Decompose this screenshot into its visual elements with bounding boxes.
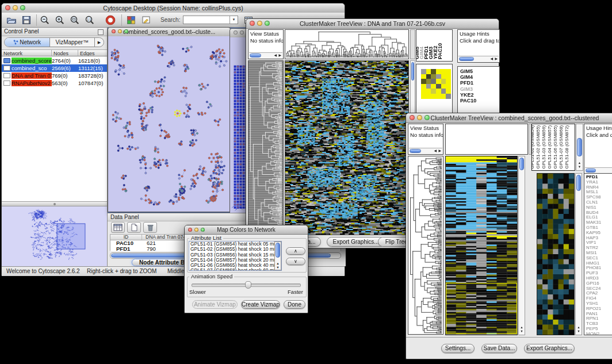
scroll-up-arrow[interactable]: ▲ xyxy=(576,325,582,329)
minimize-button[interactable] xyxy=(240,30,244,35)
column-header-edges[interactable]: Edges xyxy=(78,50,107,56)
move-down-button[interactable]: ∨ xyxy=(286,258,305,265)
zoom-out-icon[interactable] xyxy=(40,15,50,25)
zoom-selected-icon[interactable] xyxy=(70,15,80,25)
move-up-button[interactable]: ∧ xyxy=(286,247,305,255)
row-label[interactable]: PFD1 xyxy=(458,80,499,86)
column-label[interactable]: GPL51-04 (GSM857) xyxy=(547,125,553,168)
scrollbar-thumb[interactable] xyxy=(459,57,474,61)
network-table-row[interactable]: combined_scores_2764(0)16218(0) xyxy=(2,57,107,64)
network-table-row[interactable]: combined_sco2569(6)13112(15) xyxy=(2,64,107,72)
scrollbar-thumb[interactable] xyxy=(250,53,261,58)
column-label[interactable]: GPL51-02 (GSM855) xyxy=(536,125,541,168)
column-label[interactable]: GPL51-07 (GSM868) xyxy=(559,125,564,168)
tv1-usage-hscrollbar[interactable]: ◀ ▶ xyxy=(458,56,499,62)
search-input[interactable]: ▼ xyxy=(183,16,238,24)
tab-network[interactable]: Network xyxy=(5,38,50,47)
main-title-bar[interactable]: Cytoscape Desktop (Session Name: collins… xyxy=(2,3,345,13)
close-button[interactable] xyxy=(410,115,415,120)
column-label[interactable]: PAC10 xyxy=(438,43,443,59)
close-button[interactable] xyxy=(5,5,10,10)
delete-attribute-icon[interactable] xyxy=(143,222,157,233)
scrollbar-thumb[interactable] xyxy=(586,168,596,173)
tv1-export-graphics-button[interactable]: Export Graphics... xyxy=(327,237,385,247)
tv2-settings-button[interactable]: Settings... xyxy=(441,344,475,353)
tv2-zoom-vscrollbar[interactable]: ▲ ▼ xyxy=(575,173,582,335)
minimize-button[interactable] xyxy=(118,29,122,33)
attribute-list-scrollbar[interactable]: ▲ ▼ xyxy=(274,242,281,270)
network-overview-canvas[interactable] xyxy=(3,208,106,265)
minimize-button[interactable] xyxy=(194,228,198,232)
animation-speed-slider[interactable] xyxy=(192,283,301,287)
column-label[interactable]: GPL51-01 (GSM854) xyxy=(531,125,535,168)
scrollbar-thumb[interactable] xyxy=(577,138,582,156)
tv1-row-dendrogram[interactable] xyxy=(248,61,283,235)
tv1-top-scroll-gutter[interactable] xyxy=(410,29,415,59)
vizmapper-palette-icon[interactable] xyxy=(126,15,136,25)
zoom-button[interactable] xyxy=(124,29,128,33)
zoom-fit-icon[interactable]: 1:1 xyxy=(85,15,95,25)
row-label[interactable]: GIM5 xyxy=(458,68,499,74)
help-lifebuoy-icon[interactable] xyxy=(105,15,116,25)
scroll-left-arrow[interactable]: ◀ xyxy=(490,56,493,62)
row-label[interactable]: GIM4 xyxy=(458,74,499,80)
close-button[interactable] xyxy=(112,29,116,33)
scroll-left-arrow[interactable]: ◀ xyxy=(434,148,437,154)
animate-vizmap-button[interactable]: Animate Vizmap xyxy=(192,300,238,309)
minimize-button[interactable] xyxy=(417,115,422,120)
tv1-heatmap[interactable] xyxy=(285,61,408,235)
annotation-icon[interactable] xyxy=(141,15,151,25)
scroll-right-arrow[interactable]: ▶ xyxy=(278,53,281,58)
close-button[interactable] xyxy=(234,30,238,35)
minimize-button[interactable] xyxy=(13,5,18,10)
scrollbar-thumb[interactable] xyxy=(411,62,414,81)
search-dropdown-arrow[interactable]: ▼ xyxy=(230,16,238,24)
gene-label[interactable]: MON2 xyxy=(584,332,612,335)
treeview1-title-bar[interactable]: ClusterMaker TreeView : DNA and Tran 07-… xyxy=(246,19,499,29)
scroll-right-arrow[interactable]: ▶ xyxy=(438,148,441,154)
tab-overflow-button[interactable]: ▶ xyxy=(94,38,104,47)
treeview2-title-bar[interactable]: ClusterMaker TreeView : combined_scores_… xyxy=(406,113,612,123)
tv2-save-data-button[interactable]: Save Data... xyxy=(481,344,517,353)
network-view-canvas[interactable] xyxy=(108,36,230,212)
open-file-icon[interactable] xyxy=(6,15,17,25)
search-text-field[interactable] xyxy=(184,16,231,24)
network-table-row[interactable]: RNAPuberNov2+563(0)107847(0) xyxy=(2,79,107,87)
scroll-up-arrow[interactable]: ▲ xyxy=(519,325,525,329)
column-label[interactable]: GPL51-03 (GSM856) xyxy=(541,125,547,168)
scrollbar-thumb[interactable] xyxy=(576,175,581,191)
row-label[interactable]: GIM3 xyxy=(458,86,499,92)
attribute-list-item[interactable]: GPL51-07 (GSM868) heat shock 60 min xyxy=(189,268,281,271)
scroll-down-arrow[interactable]: ▼ xyxy=(576,165,583,168)
scrollbar-thumb[interactable] xyxy=(276,243,280,258)
zoom-button[interactable] xyxy=(424,115,430,120)
tv2-collabel-scrollbar[interactable]: ▲ ▼ xyxy=(576,124,583,171)
row-label[interactable]: PAC10 xyxy=(458,98,499,104)
tv2-usage-hscrollbar[interactable] xyxy=(585,167,612,173)
tv1-status-hscrollbar[interactable]: ◀ ▶ xyxy=(249,52,282,58)
column-header-network[interactable]: Network xyxy=(2,50,52,56)
column-header-id[interactable]: ID xyxy=(110,235,142,240)
scroll-down-arrow[interactable]: ▼ xyxy=(275,266,281,269)
zoom-button[interactable] xyxy=(201,228,205,232)
slider-thumb[interactable] xyxy=(245,281,251,289)
minimize-button[interactable] xyxy=(257,21,262,26)
tab-vizmapper[interactable]: VizMapper™ xyxy=(50,38,95,47)
zoom-button[interactable] xyxy=(265,21,270,26)
network-frame-title-bar[interactable]: combined_scores_good.txt--cluste... xyxy=(108,28,230,37)
scrollbar-thumb[interactable] xyxy=(410,149,421,153)
scroll-down-arrow[interactable]: ▼ xyxy=(576,329,582,333)
tv2-export-graphics-button[interactable]: Export Graphics... xyxy=(524,344,575,353)
scroll-down-arrow[interactable]: ▼ xyxy=(519,329,525,333)
tv2-heatmap[interactable] xyxy=(446,156,517,335)
zoom-in-icon[interactable] xyxy=(55,15,65,25)
panel-splitter[interactable] xyxy=(2,202,107,206)
close-button[interactable] xyxy=(250,21,255,26)
close-button[interactable] xyxy=(188,228,192,232)
save-icon[interactable] xyxy=(21,15,32,25)
scroll-left-arrow[interactable]: ◀ xyxy=(274,53,277,58)
tv1-mini-matrix[interactable] xyxy=(421,69,451,99)
scrollbar-thumb[interactable] xyxy=(519,158,524,170)
scroll-up-arrow[interactable]: ▲ xyxy=(275,262,281,265)
row-label[interactable]: YKE2 xyxy=(458,92,499,98)
